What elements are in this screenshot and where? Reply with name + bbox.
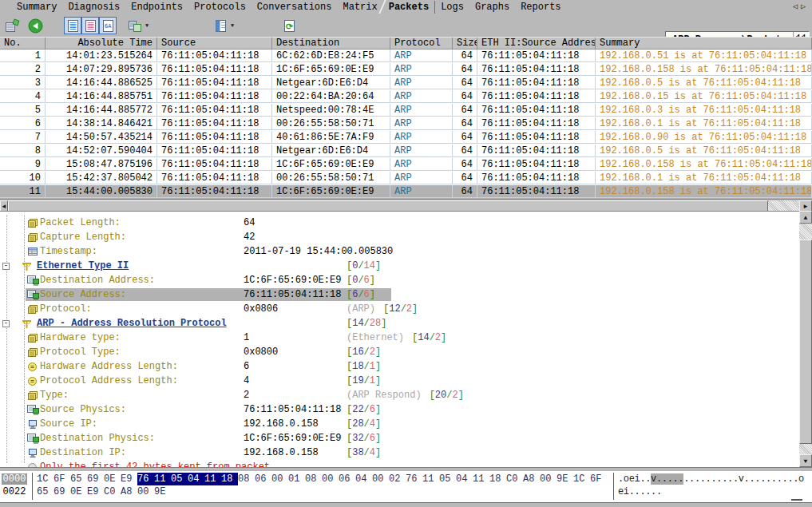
scroll-down-button[interactable]: ▼ (799, 454, 812, 467)
column-header-source[interactable]: Source (157, 38, 272, 50)
hex-view-icon[interactable]: 6A (99, 17, 117, 34)
hex-byte-selected[interactable]: 76 (137, 473, 154, 485)
tab-conversations[interactable]: Conversations (252, 1, 338, 14)
decode-field-row[interactable]: Source IP:192.168.0.158[28/4] (0, 417, 799, 431)
decode-field-row[interactable]: Protocol Type:0x0800[16/2] (0, 345, 799, 359)
hex-byte[interactable]: 6F (590, 473, 601, 485)
export-packets-icon[interactable] (3, 17, 21, 34)
column-header-no[interactable]: No. (0, 38, 46, 50)
vertical-scroll-thumb[interactable] (799, 240, 812, 444)
packet-list-view-icon[interactable] (64, 17, 81, 34)
display-filter-icon[interactable] (212, 17, 229, 34)
hex-byte[interactable]: 69 (53, 485, 65, 498)
hex-ascii[interactable]: ei...... (618, 485, 662, 498)
hex-byte[interactable]: 05 (439, 473, 450, 485)
scroll-right-button[interactable]: ► (799, 200, 812, 212)
tab-graphs[interactable]: Graphs (469, 1, 515, 14)
decode-field-row[interactable]: Capture Length:42 (0, 230, 799, 244)
hex-byte[interactable]: 04 (456, 473, 467, 485)
hex-byte[interactable]: 11 (422, 473, 434, 485)
hex-byte[interactable]: 02 (389, 473, 400, 485)
packet-row-11[interactable]: 1115:44:00.00583076:11:05:04:11:181C:6F:… (0, 185, 812, 199)
packet-row-7[interactable]: 714:50:57.43521476:11:05:04:11:1840:61:8… (0, 131, 812, 145)
hex-byte[interactable]: 76 (406, 473, 417, 485)
decode-field-row[interactable]: Protocol:0x0806(ARP)[12/2] (0, 302, 799, 316)
hex-ascii[interactable]: .oei..v...............v..........o (618, 473, 804, 485)
packet-row-4[interactable]: 414:16:44.88575176:11:05:04:11:1800:22:6… (0, 90, 812, 104)
hex-byte[interactable]: 69 (87, 473, 98, 485)
hex-byte[interactable]: A8 (121, 485, 132, 498)
packet-row-10[interactable]: 1015:42:37.80504276:11:05:04:11:1800:26:… (0, 172, 812, 185)
decode-field-row[interactable]: Destination Address:1C:6F:65:69:0E:E9[0/… (0, 273, 799, 287)
collapse-toggle[interactable]: - (2, 320, 10, 327)
packet-row-8[interactable]: 814:52:07.59040476:11:05:04:11:18Netgear… (0, 145, 812, 158)
scroll-left-button[interactable]: ◄ (0, 200, 8, 212)
hex-byte[interactable]: 9E (557, 473, 568, 485)
decode-field-row[interactable]: Source Address:76:11:05:04:11:18[6/6] (0, 287, 799, 302)
column-header-eth_source[interactable]: ETH II:Source Address (477, 38, 596, 50)
tab-packets[interactable]: Packets (383, 1, 435, 14)
back-icon[interactable] (26, 17, 44, 34)
tab-scroll-left-icon[interactable]: ◁ (793, 2, 801, 11)
decode-section-row[interactable]: -ARP - Address Resolution Protocol[14/28… (0, 316, 799, 331)
decode-field-row[interactable]: Destination Physics:1C:6F:65:69:0E:E9[32… (0, 431, 799, 446)
hex-byte[interactable]: 1C (37, 473, 48, 485)
packet-row-1[interactable]: 114:01:23.51526476:11:05:04:11:186C:62:6… (0, 50, 812, 63)
hex-byte[interactable]: 11 (473, 473, 484, 485)
hex-byte[interactable]: 0E (104, 473, 115, 485)
hex-byte[interactable]: 65 (70, 473, 81, 485)
decode-field-row[interactable]: Type:2(ARP Respond)[20/2] (0, 388, 799, 402)
hex-byte[interactable]: 04 (355, 473, 366, 485)
decode-field-row[interactable]: Timestamp:2011-07-19 15:44:00.005830 (0, 244, 799, 259)
hex-byte[interactable]: C0 (506, 473, 517, 485)
dropdown-caret-icon[interactable]: ▼ (145, 22, 149, 29)
hex-byte[interactable]: 08 (305, 473, 316, 485)
hex-byte[interactable]: 18 (489, 473, 501, 485)
hex-byte[interactable]: 0E (70, 485, 81, 498)
hex-byte[interactable]: 00 (322, 473, 333, 485)
packet-row-5[interactable]: 514:16:44.88577276:11:05:04:11:18Netspee… (0, 104, 812, 117)
resize-grip[interactable] (791, 499, 802, 501)
hex-bytes[interactable]: 1C6F65690EE97611050411180806000108000604… (37, 473, 607, 485)
hex-byte[interactable]: 00 (137, 485, 149, 498)
column-header-protocol[interactable]: Protocol (390, 38, 453, 50)
hex-byte[interactable]: E9 (87, 485, 98, 498)
hex-byte-selected[interactable]: 11 (154, 473, 171, 485)
hex-byte[interactable]: A8 (523, 473, 534, 485)
hex-byte[interactable]: 06 (339, 473, 350, 485)
refresh-icon[interactable]: ⟳ (280, 17, 298, 34)
hex-byte[interactable]: 01 (288, 473, 299, 485)
tab-endpoints[interactable]: Endpoints (125, 1, 188, 14)
hex-byte[interactable]: 00 (540, 473, 551, 485)
tab-protocols[interactable]: Protocols (188, 1, 252, 14)
scroll-up-button[interactable]: ▲ (799, 211, 812, 224)
hex-byte[interactable]: 9E (154, 485, 165, 498)
decode-field-row[interactable]: Source Physics:76:11:05:04:11:18[22/6] (0, 402, 799, 417)
column-settings-icon[interactable] (126, 17, 144, 34)
tab-scroll-right-icon[interactable]: ▷ (801, 2, 809, 11)
column-header-summary[interactable]: Summary (596, 38, 812, 50)
packet-row-9[interactable]: 915:08:47.87519676:11:05:04:11:181C:6F:6… (0, 158, 812, 172)
hex-byte-selected[interactable]: 05 (171, 473, 188, 485)
hex-byte[interactable]: 1C (573, 473, 584, 485)
column-header-size[interactable]: Size (453, 38, 477, 50)
field-decode-view-icon[interactable] (81, 17, 99, 34)
table-horizontal-scrollbar[interactable]: ◄ ► (0, 199, 812, 212)
decode-section-row[interactable]: -Ethernet Type II[0/14] (0, 259, 799, 273)
hex-byte[interactable]: 08 (238, 473, 249, 485)
packet-row-6[interactable]: 614:38:14.84642176:11:05:04:11:1800:26:5… (0, 117, 812, 131)
tab-matrix[interactable]: Matrix (337, 1, 382, 14)
hex-byte[interactable]: 00 (372, 473, 383, 485)
decode-field-row[interactable]: Protocol Address Length:4[19/1] (0, 374, 799, 388)
packet-row-2[interactable]: 214:07:29.89573676:11:05:04:11:181C:6F:6… (0, 63, 812, 77)
decode-field-row[interactable]: Hardware Address Length:6[18/1] (0, 359, 799, 374)
hex-byte[interactable]: 06 (255, 473, 266, 485)
decode-vertical-scrollbar[interactable]: ▲ ▼ (799, 211, 812, 467)
collapse-toggle[interactable]: - (2, 263, 10, 270)
column-header-time[interactable]: Absolute Time (46, 38, 157, 50)
column-header-destination[interactable]: Destination (272, 38, 390, 50)
hex-byte-selected[interactable]: 11 (204, 473, 221, 485)
horizontal-scroll-track[interactable] (768, 200, 799, 212)
tab-reports[interactable]: Reports (515, 1, 566, 14)
packet-row-3[interactable]: 314:16:44.88652576:11:05:04:11:18Netgear… (0, 77, 812, 90)
